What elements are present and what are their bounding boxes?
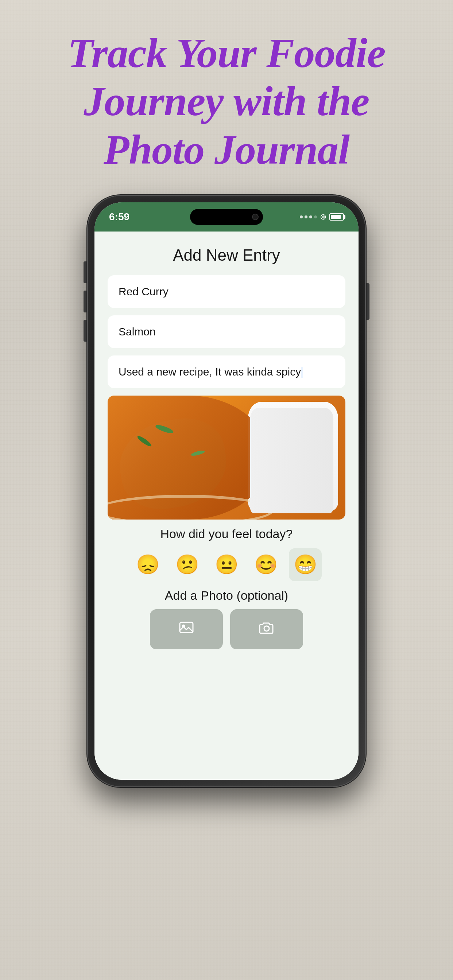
page-title: Add New Entry [108,246,345,264]
mood-very-bad[interactable]: 😞 [131,548,164,581]
phone-mockup: 6:59 ⊛ [88,196,365,980]
battery-fill [331,215,341,219]
app-headline: Track Your Foodie Journey with the Photo… [0,0,453,196]
ingredient-input[interactable] [108,315,345,348]
mood-great[interactable]: 😁 [289,548,322,581]
gallery-button[interactable] [150,609,223,649]
mood-section: How did you feel today? 😞 😕 😐 😊 😁 [108,527,345,581]
camera-dot [252,214,258,220]
signal-dots-icon [300,215,317,218]
photo-label: Add a Photo (optional) [108,589,345,603]
svg-point-2 [264,626,269,631]
notes-field[interactable]: Used a new recipe, It was kinda spicy [108,355,345,388]
mood-question-label: How did you feel today? [108,527,345,541]
dynamic-island [190,209,263,225]
signal-dot-4 [314,215,317,218]
photo-buttons-row [108,609,345,649]
camera-button[interactable] [230,609,303,649]
camera-icon [258,619,274,639]
signal-dot-1 [300,215,303,218]
notes-text: Used a new recipe, It was kinda spicy [118,366,301,378]
status-bar: 6:59 ⊛ [94,202,359,232]
photo-section: Add a Photo (optional) [108,589,345,649]
mood-bad[interactable]: 😕 [171,548,204,581]
mood-neutral[interactable]: 😐 [210,548,243,581]
curry-photo [108,396,345,520]
wifi-icon: ⊛ [320,212,327,222]
rice-visual [248,402,338,511]
svg-rect-0 [180,622,193,633]
status-icons: ⊛ [300,212,344,222]
dish-name-input[interactable] [108,275,345,308]
signal-dot-3 [309,215,312,218]
phone-frame: 6:59 ⊛ [88,196,365,786]
text-cursor [301,367,302,378]
app-content: Add New Entry Used a new recipe, It was … [94,232,359,780]
mood-good[interactable]: 😊 [249,548,282,581]
status-time: 6:59 [109,211,129,223]
food-image [108,396,345,520]
signal-dot-2 [305,215,308,218]
mood-emoji-row: 😞 😕 😐 😊 😁 [108,548,345,581]
battery-icon [329,213,344,221]
gallery-icon [179,619,195,639]
phone-screen: 6:59 ⊛ [94,202,359,780]
